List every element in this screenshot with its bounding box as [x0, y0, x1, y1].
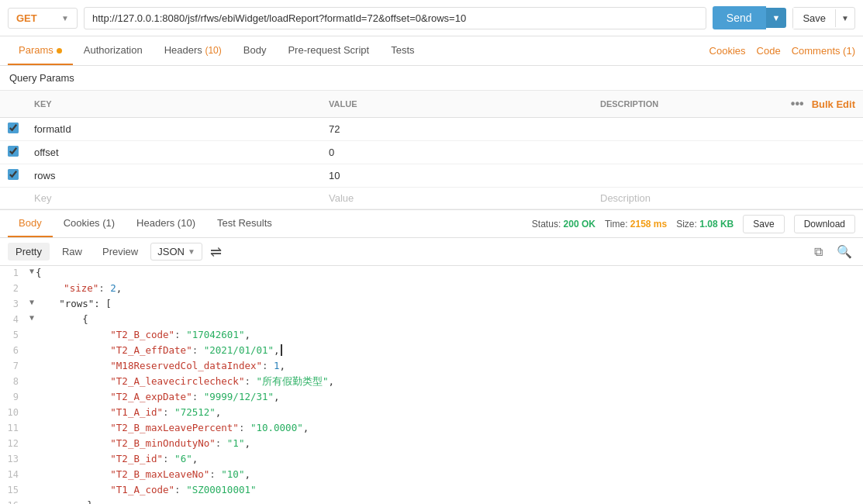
send-dropdown-button[interactable]: ▼ — [766, 8, 787, 28]
tab-params[interactable]: Params — [8, 36, 73, 65]
line-number: 13 — [0, 453, 29, 464]
json-line: 11 "T2_B_maxLeavePercent": "10.0000", — [0, 421, 863, 437]
cookies-link[interactable]: Cookies — [709, 45, 746, 57]
tab-authorization[interactable]: Authorization — [73, 36, 154, 65]
th-checkbox — [0, 91, 26, 118]
line-content: "T2_B_code": "17042601", — [40, 329, 863, 340]
param-key: formatId — [26, 118, 321, 141]
json-line: 2 "size": 2, — [0, 281, 863, 297]
line-content: }, — [40, 499, 863, 504]
line-content: "rows": [ — [36, 298, 863, 309]
line-number: 14 — [0, 468, 29, 480]
json-line: 7 "M18ReservedCol_dataIndex": 1, — [0, 359, 863, 375]
line-number: 1 — [0, 267, 29, 278]
line-content: "T2_A_expDate": "9999/12/31", — [40, 391, 863, 402]
row-checkbox[interactable] — [8, 123, 19, 133]
text-cursor — [281, 344, 282, 356]
line-content: "M18ReservedCol_dataIndex": 1, — [40, 360, 863, 371]
tabs-right-links: Cookies Code Comments (1) — [709, 45, 855, 57]
line-number: 2 — [0, 282, 29, 294]
th-description: DESCRIPTION ••• Bulk Edit — [592, 91, 863, 118]
search-icon[interactable]: 🔍 — [834, 243, 855, 261]
request-tabs: Params Authorization Headers (10) Body P… — [0, 36, 863, 66]
line-number: 9 — [0, 391, 29, 402]
json-select-chevron-icon: ▼ — [188, 247, 195, 256]
resp-download-button[interactable]: Download — [794, 215, 855, 233]
line-content: "size": 2, — [40, 282, 863, 294]
resp-tab-body[interactable]: Body — [8, 210, 53, 237]
param-description — [592, 164, 863, 188]
code-link[interactable]: Code — [757, 45, 781, 57]
send-button[interactable]: Send — [713, 6, 766, 29]
format-bar: Pretty Raw Preview JSON ▼ ⇌ ⧉ 🔍 — [0, 238, 863, 266]
fmt-tab-raw[interactable]: Raw — [54, 243, 90, 261]
time-label: Time: 2158 ms — [605, 219, 667, 230]
param-value: Value — [321, 188, 592, 209]
fold-arrow-icon[interactable]: ▼ — [29, 298, 34, 306]
param-value: 72 — [321, 118, 592, 141]
param-description — [592, 141, 863, 164]
tab-body[interactable]: Body — [233, 36, 278, 65]
save-dropdown-button[interactable]: ▼ — [835, 9, 854, 27]
fmt-tab-pretty[interactable]: Pretty — [8, 243, 50, 261]
wrap-icon[interactable]: ⇌ — [210, 243, 222, 261]
param-value: 10 — [321, 164, 592, 188]
tab-tests[interactable]: Tests — [380, 36, 425, 65]
json-line: 1▼ { — [0, 266, 863, 281]
response-status-bar: Status: 200 OK Time: 2158 ms Size: 1.08 … — [532, 215, 855, 233]
method-select[interactable]: GET ▼ — [8, 8, 78, 29]
save-btn-group: Save ▼ — [792, 7, 855, 29]
line-number: 11 — [0, 422, 29, 433]
tab-prerequest[interactable]: Pre-request Script — [277, 36, 380, 65]
resp-tab-cookies[interactable]: Cookies (1) — [53, 210, 126, 237]
line-content: "T1_A_code": "SZ00010001" — [40, 484, 863, 495]
fmt-json-select[interactable]: JSON ▼ — [150, 243, 202, 261]
param-description — [592, 118, 863, 141]
url-input[interactable] — [84, 7, 706, 29]
fold-arrow-icon[interactable]: ▼ — [29, 313, 34, 322]
bulk-edit-button[interactable]: Bulk Edit — [812, 98, 855, 110]
line-number: 12 — [0, 437, 29, 449]
table-row: offset0 — [0, 141, 863, 164]
more-options-icon[interactable]: ••• — [791, 97, 804, 111]
query-params-header: Query Params — [0, 66, 863, 91]
time-value: 2158 ms — [630, 219, 667, 230]
resp-tab-headers[interactable]: Headers (10) — [126, 210, 206, 237]
resp-tab-test-results[interactable]: Test Results — [206, 210, 283, 237]
line-content: "T2_B_maxLeavePercent": "10.0000", — [40, 422, 863, 433]
params-dot — [57, 48, 62, 54]
line-content: "T2_B_minOndutyNo": "1", — [40, 437, 863, 449]
param-description: Description — [592, 188, 863, 209]
th-value: VALUE — [321, 91, 592, 118]
row-checkbox[interactable] — [8, 169, 19, 180]
line-number: 4 — [0, 313, 29, 325]
copy-icon[interactable]: ⧉ — [811, 243, 826, 261]
json-line: 13 "T2_B_id": "6", — [0, 452, 863, 468]
send-btn-group: Send ▼ — [713, 6, 787, 29]
tab-headers[interactable]: Headers (10) — [154, 36, 233, 65]
json-line: 6 "T2_A_effDate": "2021/01/01", — [0, 343, 863, 359]
line-content: { — [36, 313, 863, 325]
param-value: 0 — [321, 141, 592, 164]
comments-link[interactable]: Comments (1) — [792, 45, 855, 57]
json-line: 16 }, — [0, 499, 863, 504]
param-key: Key — [26, 188, 321, 209]
line-number: 8 — [0, 375, 29, 387]
status-label: Status: 200 OK — [532, 219, 595, 230]
table-row: rows10 — [0, 164, 863, 188]
url-bar: GET ▼ Send ▼ Save ▼ — [0, 0, 863, 36]
json-line: 3▼ "rows": [ — [0, 297, 863, 312]
resp-save-button[interactable]: Save — [743, 215, 784, 233]
fmt-tab-preview[interactable]: Preview — [95, 243, 146, 261]
size-label: Size: 1.08 KB — [676, 219, 734, 230]
param-key: offset — [26, 141, 321, 164]
row-checkbox[interactable] — [8, 146, 19, 157]
fold-arrow-icon[interactable]: ▼ — [29, 267, 34, 275]
json-line: 9 "T2_A_expDate": "9999/12/31", — [0, 390, 863, 406]
json-line: 5 "T2_B_code": "17042601", — [0, 328, 863, 343]
save-button[interactable]: Save — [793, 8, 835, 29]
size-value: 1.08 KB — [699, 219, 734, 230]
table-row: KeyValueDescription — [0, 188, 863, 209]
line-content: { — [36, 267, 863, 278]
response-bar: Body Cookies (1) Headers (10) Test Resul… — [0, 209, 863, 238]
